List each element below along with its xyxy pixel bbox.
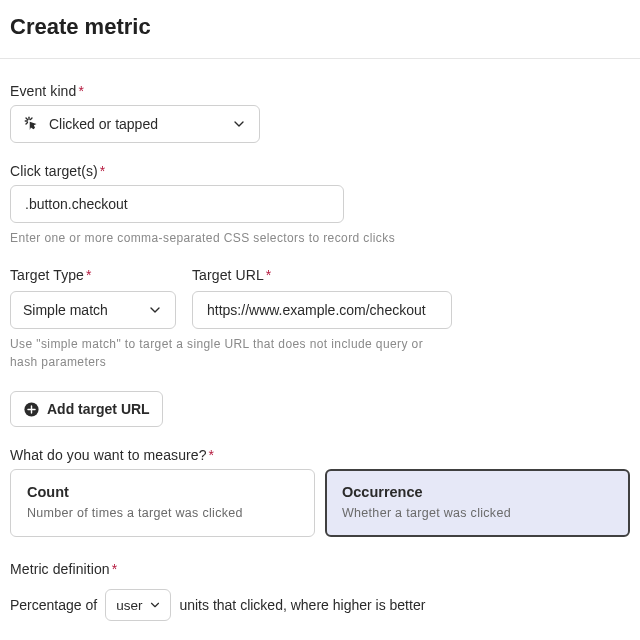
divider bbox=[0, 58, 640, 59]
target-type-value: Simple match bbox=[23, 302, 108, 318]
target-url-label: Target URL* bbox=[192, 267, 452, 283]
event-kind-label: Event kind* bbox=[10, 83, 630, 99]
svg-line-4 bbox=[26, 123, 28, 125]
option-desc: Whether a target was clicked bbox=[342, 506, 613, 520]
chevron-down-icon bbox=[231, 116, 247, 132]
event-kind-value: Clicked or tapped bbox=[49, 116, 158, 132]
target-url-input[interactable] bbox=[205, 301, 439, 319]
target-type-helper: Use "simple match" to target a single UR… bbox=[10, 335, 450, 371]
measure-label: What do you want to measure?* bbox=[10, 447, 630, 463]
option-desc: Number of times a target was clicked bbox=[27, 506, 298, 520]
definition-prefix: Percentage of bbox=[10, 597, 97, 613]
plus-circle-icon bbox=[23, 401, 40, 418]
target-url-input-wrap bbox=[192, 291, 452, 329]
option-title: Count bbox=[27, 484, 298, 500]
click-icon bbox=[23, 115, 41, 133]
add-target-url-button[interactable]: Add target URL bbox=[10, 391, 163, 427]
chevron-down-icon bbox=[147, 302, 163, 318]
option-title: Occurrence bbox=[342, 484, 613, 500]
page-title: Create metric bbox=[10, 14, 630, 40]
svg-line-2 bbox=[26, 118, 28, 120]
definition-suffix: units that clicked, where higher is bett… bbox=[179, 597, 425, 613]
chevron-down-icon bbox=[148, 598, 162, 612]
click-targets-label: Click target(s)* bbox=[10, 163, 630, 179]
definition-unit-select[interactable]: user bbox=[105, 589, 171, 621]
add-target-url-label: Add target URL bbox=[47, 401, 150, 417]
metric-definition-label: Metric definition* bbox=[10, 561, 630, 577]
target-type-label: Target Type* bbox=[10, 267, 176, 283]
option-card-occurrence[interactable]: Occurrence Whether a target was clicked bbox=[325, 469, 630, 537]
svg-line-3 bbox=[31, 118, 33, 120]
click-targets-helper: Enter one or more comma-separated CSS se… bbox=[10, 229, 630, 247]
target-type-select[interactable]: Simple match bbox=[10, 291, 176, 329]
definition-unit-value: user bbox=[116, 598, 142, 613]
click-targets-input-wrap bbox=[10, 185, 344, 223]
option-card-count[interactable]: Count Number of times a target was click… bbox=[10, 469, 315, 537]
event-kind-select[interactable]: Clicked or tapped bbox=[10, 105, 260, 143]
click-targets-input[interactable] bbox=[23, 195, 331, 213]
